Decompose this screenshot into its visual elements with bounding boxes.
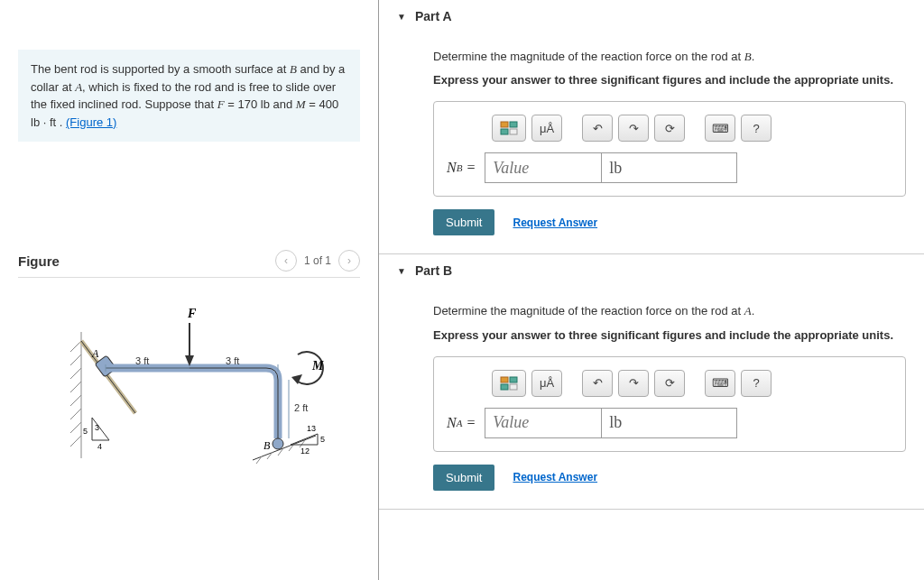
- var-F: F: [217, 97, 225, 111]
- svg-rect-28: [501, 122, 508, 127]
- svg-line-7: [70, 422, 81, 433]
- part-b-header[interactable]: ▼ Part B: [379, 254, 924, 287]
- figure-title: Figure: [18, 253, 60, 269]
- figure-nav: ‹ 1 of 1 ›: [275, 250, 360, 272]
- figure-section: Figure ‹ 1 of 1 ›: [18, 250, 360, 485]
- part-a-body: Determine the magnitude of the reaction …: [379, 32, 924, 253]
- tri-4: 4: [97, 442, 102, 451]
- part-a-header[interactable]: ▼ Part A: [379, 0, 924, 32]
- part-a-submit-button[interactable]: Submit: [433, 209, 494, 235]
- part-a-unit-input[interactable]: [602, 152, 737, 183]
- part-b-unit-input[interactable]: [602, 408, 737, 438]
- collapse-icon: ▼: [397, 12, 406, 22]
- part-b-instruction: Determine the magnitude of the reaction …: [433, 303, 906, 319]
- tri-12: 12: [300, 447, 310, 456]
- label-M: M: [311, 359, 324, 373]
- keyboard-button[interactable]: ⌨: [705, 115, 735, 142]
- part-b-title: Part B: [415, 263, 452, 278]
- svg-marker-27: [291, 434, 318, 445]
- part-b-submit-row: Submit Request Answer: [433, 465, 906, 491]
- svg-rect-32: [501, 377, 508, 382]
- svg-line-3: [70, 368, 81, 379]
- svg-rect-30: [501, 129, 508, 134]
- svg-line-8: [70, 436, 81, 447]
- help-button[interactable]: ?: [741, 370, 772, 397]
- tri-5b: 5: [320, 435, 325, 444]
- undo-button[interactable]: ↶: [582, 115, 613, 142]
- part-b-answer-box: μÅ ↶ ↷ ⟳ ⌨ ? NA =: [433, 356, 906, 452]
- svg-line-6: [70, 409, 81, 419]
- text: = 170 lb: [225, 97, 270, 111]
- part-b-input-row: NA =: [447, 408, 892, 438]
- problem-statement: The bent rod is supported by a smooth su…: [18, 50, 360, 142]
- svg-rect-33: [510, 377, 517, 382]
- redo-button[interactable]: ↷: [618, 370, 649, 397]
- tri-5: 5: [83, 427, 88, 436]
- var-A: A: [75, 80, 82, 94]
- part-a-title: Part A: [415, 9, 452, 23]
- collapse-icon: ▼: [397, 266, 406, 276]
- text: and: [270, 97, 296, 111]
- part-a-answer-box: μÅ ↶ ↷ ⟳ ⌨ ? NB =: [433, 101, 906, 197]
- dim-3ft-2: 3 ft: [226, 355, 239, 366]
- tri-3: 3: [95, 423, 99, 432]
- part-b-submit-button[interactable]: Submit: [433, 465, 494, 491]
- svg-line-5: [70, 395, 81, 406]
- var-B: B: [290, 62, 297, 76]
- svg-line-10: [81, 341, 135, 413]
- answer-pane: ▼ Part A Determine the magnitude of the …: [379, 0, 924, 580]
- var-label-NB: NB =: [447, 160, 479, 176]
- dim-2ft: 2 ft: [294, 402, 308, 413]
- templates-button[interactable]: [492, 115, 526, 142]
- undo-button[interactable]: ↶: [582, 370, 613, 397]
- tri-13: 13: [307, 424, 316, 433]
- var-label-NA: NA =: [447, 415, 479, 431]
- part-b-instruction-bold: Express your answer to three significant…: [433, 327, 906, 344]
- part-b-toolbar: μÅ ↶ ↷ ⟳ ⌨ ?: [447, 370, 892, 397]
- templates-button[interactable]: [492, 370, 526, 397]
- label-B: B: [263, 439, 271, 452]
- redo-button[interactable]: ↷: [618, 115, 649, 142]
- svg-line-4: [70, 382, 81, 392]
- text: The bent rod is supported by a smooth su…: [31, 62, 290, 76]
- part-a-input-row: NB =: [447, 152, 892, 183]
- figure-nav-text: 1 of 1: [304, 254, 331, 267]
- part-a-request-answer[interactable]: Request Answer: [513, 216, 597, 229]
- reset-button[interactable]: ⟳: [654, 115, 685, 142]
- label-F: F: [187, 307, 197, 320]
- svg-rect-29: [510, 122, 517, 127]
- svg-rect-31: [510, 129, 517, 134]
- part-a-instruction-bold: Express your answer to three significant…: [433, 72, 906, 88]
- part-b-request-answer[interactable]: Request Answer: [513, 471, 597, 483]
- label-A: A: [91, 347, 99, 360]
- figure-diagram: F M 3 ft 3 ft 2 ft 3 4 5: [18, 305, 360, 485]
- units-button[interactable]: μÅ: [531, 115, 562, 142]
- units-button[interactable]: μÅ: [531, 370, 562, 397]
- problem-pane: The bent rod is supported by a smooth su…: [0, 0, 379, 580]
- svg-rect-35: [510, 384, 517, 390]
- keyboard-button[interactable]: ⌨: [705, 370, 735, 397]
- part-a-section: ▼ Part A Determine the magnitude of the …: [379, 0, 924, 254]
- reset-button[interactable]: ⟳: [654, 370, 685, 397]
- text: .: [56, 115, 66, 129]
- figure-link[interactable]: (Figure 1): [66, 115, 116, 129]
- part-a-submit-row: Submit Request Answer: [433, 209, 906, 235]
- help-button[interactable]: ?: [741, 115, 772, 142]
- var-M: M: [296, 97, 306, 111]
- part-b-body: Determine the magnitude of the reaction …: [379, 287, 924, 508]
- dim-3ft-1: 3 ft: [135, 355, 149, 366]
- svg-point-12: [273, 438, 283, 449]
- svg-line-1: [70, 341, 81, 352]
- figure-header: Figure ‹ 1 of 1 ›: [18, 250, 360, 278]
- svg-rect-34: [501, 384, 508, 390]
- svg-line-2: [70, 354, 81, 365]
- part-b-value-input[interactable]: [485, 408, 602, 438]
- part-a-value-input[interactable]: [485, 152, 602, 183]
- part-b-section: ▼ Part B Determine the magnitude of the …: [379, 254, 924, 509]
- part-a-instruction: Determine the magnitude of the reaction …: [433, 49, 906, 65]
- next-figure-button[interactable]: ›: [338, 250, 360, 272]
- part-a-toolbar: μÅ ↶ ↷ ⟳ ⌨ ?: [447, 115, 892, 142]
- prev-figure-button[interactable]: ‹: [275, 250, 297, 272]
